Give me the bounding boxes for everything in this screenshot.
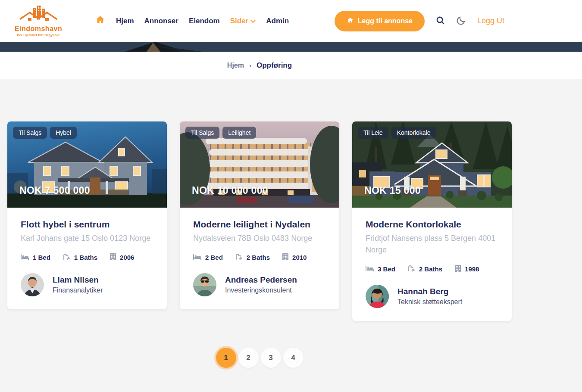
features-row: 1 Bed 1 Baths [21, 253, 153, 261]
nav-item-eiendom[interactable]: Eiendom [189, 17, 220, 25]
logo[interactable]: Eindomshavn Der Hjemmet Ditt Begynner [13, 5, 64, 37]
main-nav: Hjem Annonser Eiendom Sider Admin [95, 15, 289, 27]
beds-feature: 3 Bed [366, 265, 395, 273]
status-badge: Til Salgs [13, 127, 47, 139]
building-icon [455, 265, 461, 273]
listing-card-3[interactable]: Til Leie Kontorlokale NOK 15 000 Moderne… [352, 121, 512, 321]
year-built-feature: 1998 [455, 265, 479, 273]
agent-name: Hannah Berg [397, 287, 462, 296]
listing-card-2[interactable]: Til Salgs Leilighet NOK 10 000 000 Moder… [180, 121, 339, 309]
breadcrumb-separator: › [249, 62, 251, 69]
page-button-4[interactable]: 4 [283, 348, 304, 368]
features-row: 3 Bed 2 Baths [366, 265, 498, 273]
listing-address: Fridtjof Nansens plass 5 Bergen 4001 Nor… [366, 233, 498, 256]
beds-feature: 2 Bed [193, 254, 223, 261]
breadcrumb-current: Oppføring [257, 61, 292, 70]
home-icon-small [347, 17, 354, 25]
beds-feature: 1 Bed [21, 254, 50, 261]
price-label: NOK 10 000 000 [192, 185, 268, 196]
badge-group: Til Leie Kontorlokale [358, 127, 436, 139]
status-badge: Til Leie [358, 127, 388, 139]
hero-image-strip [0, 42, 582, 52]
baths-feature: 1 Baths [63, 253, 97, 261]
listing-cards-row: Til Salgs Hybel NOK 7 500 000 Flott hybe… [0, 79, 519, 321]
nav-item-sider[interactable]: Sider [230, 17, 256, 25]
agent-row[interactable]: Andreas Pedersen Investeringskonsulent [193, 273, 326, 296]
nav-home-icon-link[interactable] [95, 15, 106, 27]
badge-group: Til Salgs Hybel [13, 127, 77, 139]
dark-mode-toggle[interactable] [456, 16, 466, 27]
listing-title[interactable]: Moderne Kontorlokale [366, 219, 498, 230]
type-badge: Leilighet [222, 127, 256, 139]
year-built-feature: 2006 [110, 253, 134, 261]
baths-feature: 2 Baths [235, 253, 270, 261]
price-label: NOK 7 500 000 [19, 185, 90, 196]
listings-section: Til Salgs Hybel NOK 7 500 000 Flott hybe… [0, 79, 519, 368]
shower-icon [408, 265, 415, 273]
listing-address: Karl Johans gate 15 Oslo 0123 Norge [21, 233, 153, 244]
nav-item-admin[interactable]: Admin [266, 17, 289, 25]
listing-title[interactable]: Flott hybel i sentrum [21, 219, 153, 230]
agent-role: Finansanalytiker [53, 286, 103, 294]
shower-icon [235, 253, 243, 261]
type-badge: Hybel [50, 127, 77, 139]
listing-address: Nydalsveien 78B Oslo 0483 Norge [193, 233, 326, 244]
listing-body: Moderne leilighet i Nydalen Nydalsveien … [180, 208, 339, 309]
agent-name: Liam Nilsen [53, 275, 103, 285]
baths-feature: 2 Baths [408, 265, 442, 273]
pagination: 1 2 3 4 [0, 348, 519, 368]
logo-tagline: Der Hjemmet Ditt Begynner [17, 34, 60, 37]
agent-avatar [21, 273, 44, 296]
moon-icon [456, 16, 466, 27]
header-actions: Legg til annonse Logg Ut [335, 11, 504, 31]
badge-group: Til Salgs Leilighet [185, 127, 256, 139]
breadcrumb: Hjem › Oppføring [0, 61, 519, 70]
building-icon [110, 253, 116, 261]
listing-photo-1[interactable]: Til Salgs Hybel NOK 7 500 000 [7, 121, 167, 208]
breadcrumb-bar: Hjem › Oppføring [0, 52, 582, 79]
nav-item-annonser[interactable]: Annonser [144, 17, 178, 25]
logo-name: Eindomshavn [15, 25, 62, 33]
listing-title[interactable]: Moderne leilighet i Nydalen [193, 219, 326, 230]
type-badge: Kontorlokale [391, 127, 436, 139]
bed-icon [193, 254, 201, 261]
page-button-3[interactable]: 3 [261, 348, 281, 368]
agent-row[interactable]: Hannah Berg Teknisk støtteekspert [366, 285, 498, 308]
chevron-down-icon [250, 17, 256, 25]
listing-body: Moderne Kontorlokale Fridtjof Nansens pl… [352, 208, 512, 321]
year-built-feature: 2010 [282, 253, 307, 261]
agent-role: Teknisk støtteekspert [397, 298, 462, 306]
home-icon [95, 15, 106, 27]
logout-link[interactable]: Logg Ut [477, 16, 504, 25]
agent-name: Andreas Pedersen [225, 275, 297, 285]
status-badge: Til Salgs [185, 127, 219, 139]
features-row: 2 Bed 2 Baths [193, 253, 326, 261]
bed-icon [366, 265, 374, 273]
search-icon [436, 16, 445, 26]
building-icon [282, 253, 288, 261]
header: Eindomshavn Der Hjemmet Ditt Begynner Hj… [0, 0, 582, 42]
listing-photo-2[interactable]: Til Salgs Leilighet NOK 10 000 000 [180, 121, 339, 208]
breadcrumb-home-link[interactable]: Hjem [227, 62, 244, 69]
page-button-1[interactable]: 1 [216, 348, 236, 368]
listing-photo-3[interactable]: Til Leie Kontorlokale NOK 15 000 [352, 121, 512, 208]
page-button-2[interactable]: 2 [238, 348, 259, 368]
nav-item-hjem[interactable]: Hjem [116, 17, 134, 25]
agent-row[interactable]: Liam Nilsen Finansanalytiker [21, 273, 153, 296]
agent-avatar [193, 273, 216, 296]
listing-card-1[interactable]: Til Salgs Hybel NOK 7 500 000 Flott hybe… [7, 121, 167, 309]
logo-buildings-icon [18, 5, 59, 24]
shower-icon [63, 253, 70, 261]
agent-avatar [366, 285, 389, 308]
search-button[interactable] [436, 16, 445, 26]
agent-role: Investeringskonsulent [225, 286, 297, 294]
listing-body: Flott hybel i sentrum Karl Johans gate 1… [7, 208, 167, 309]
price-label: NOK 15 000 [364, 185, 421, 196]
add-listing-button[interactable]: Legg til annonse [335, 11, 425, 31]
bed-icon [21, 254, 29, 261]
